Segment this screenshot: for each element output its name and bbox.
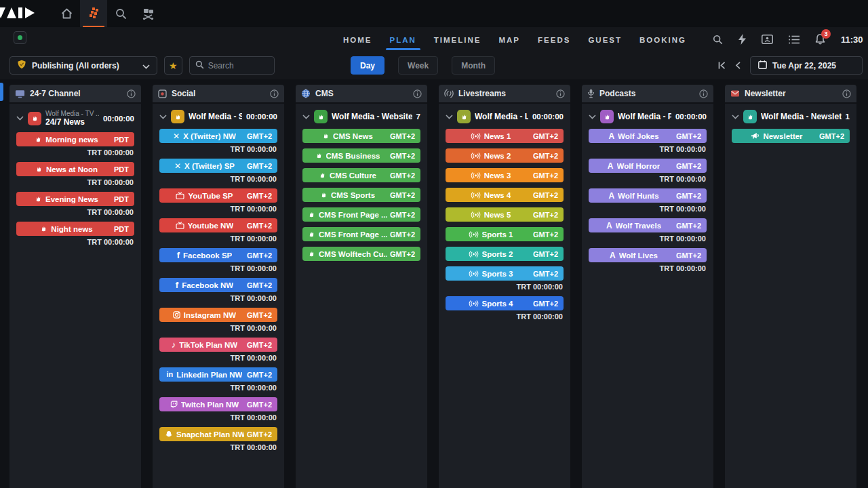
- plan-card-livestreams-2[interactable]: News 3GMT+2: [446, 168, 564, 182]
- plan-card-24-7-channel-0[interactable]: Morning newsPDT: [16, 132, 134, 146]
- plan-card-social-1[interactable]: ✕X (Twitter) SPGMT+2: [159, 159, 277, 173]
- search-icon[interactable]: [713, 35, 723, 45]
- plan-card-social-8[interactable]: inLinkedin Plan NWGMT+2: [159, 367, 277, 382]
- plan-card-social-10[interactable]: Snapchat Plan NWGMT+2: [159, 427, 277, 441]
- plan-card-podcasts-3[interactable]: AWolf TravelsGMT+2: [589, 218, 707, 232]
- card-label: Youtube NW: [188, 222, 234, 230]
- plan-card-podcasts-0[interactable]: AWolf JokesGMT+2: [589, 129, 707, 143]
- info-icon[interactable]: [842, 89, 851, 98]
- card-main: CMS Business: [308, 152, 387, 160]
- nav-feeds[interactable]: FEEDS: [538, 29, 570, 50]
- plan-card-social-7[interactable]: ♪TikTok Plan NWGMT+2: [159, 338, 277, 352]
- plan-card-cms-2[interactable]: CMS CultureGMT+2: [302, 168, 420, 182]
- collapse-chevron-icon[interactable]: [446, 115, 453, 119]
- plan-card-podcasts-2[interactable]: AWolf HuntsGMT+2: [589, 188, 707, 203]
- status-dot-button[interactable]: [14, 31, 26, 44]
- channel-group-24-7-channel[interactable]: Wolf Media - TV ...24/7 News00:00:00: [16, 110, 134, 127]
- search-input[interactable]: [208, 61, 269, 70]
- card-main: News 2: [451, 152, 530, 160]
- plan-card-cms-0[interactable]: CMS NewsGMT+2: [302, 129, 420, 143]
- channel-group-cms[interactable]: Wolf Media - Website (...7: [302, 110, 420, 123]
- info-icon[interactable]: [127, 89, 136, 98]
- plan-card-cms-6[interactable]: CMS Wolftech Cu...GMT+2: [302, 247, 420, 261]
- plan-card-social-6[interactable]: Instagram NWGMT+2: [159, 308, 277, 322]
- nav-guest[interactable]: GUEST: [588, 29, 622, 50]
- list-icon[interactable]: [789, 35, 800, 44]
- card-main: Youtube NW: [165, 222, 244, 230]
- plan-card-social-2[interactable]: YouTube SPGMT+2: [159, 188, 277, 203]
- nav-map[interactable]: MAP: [498, 29, 520, 50]
- view-week-button[interactable]: Week: [398, 56, 438, 75]
- card-label: CMS Business: [326, 152, 380, 160]
- wolf-icon: [40, 225, 47, 232]
- collapse-chevron-icon[interactable]: [589, 115, 596, 119]
- card-label: Facebook NW: [182, 281, 233, 289]
- info-icon[interactable]: [699, 89, 708, 98]
- card-group: CMS Front Page ...GMT+2: [302, 207, 420, 222]
- plan-card-social-4[interactable]: fFacebook SPGMT+2: [159, 248, 277, 262]
- plan-card-social-9[interactable]: Twitch Plan NWGMT+2: [159, 397, 277, 411]
- plan-card-livestreams-5[interactable]: Sports 1GMT+2: [446, 227, 564, 241]
- contact-card-icon[interactable]: [762, 35, 773, 44]
- plan-card-cms-3[interactable]: CMS SportsGMT+2: [302, 188, 420, 202]
- plan-card-livestreams-8[interactable]: Sports 4GMT+2: [446, 296, 564, 310]
- plan-card-podcasts-1[interactable]: AWolf HorrorGMT+2: [589, 159, 707, 173]
- nav-timeline[interactable]: TIMELINE: [434, 29, 481, 50]
- plan-card-podcasts-4[interactable]: AWolf LivesGMT+2: [589, 248, 707, 262]
- plan-card-livestreams-4[interactable]: News 5GMT+2: [446, 207, 564, 222]
- plan-card-social-0[interactable]: ✕X (Twitter) NWGMT+2: [159, 129, 277, 143]
- channel-group-newsletter[interactable]: Wolf Media - Newslette...1: [732, 110, 850, 123]
- nav-booking[interactable]: BOOKING: [639, 29, 686, 50]
- cut-tool-button[interactable]: [134, 0, 161, 27]
- channel-group-podcasts[interactable]: Wolf Media - Po...00:00:00: [589, 110, 707, 123]
- collapse-chevron-icon[interactable]: [159, 115, 167, 119]
- card-label: News 3: [484, 171, 511, 180]
- plan-card-24-7-channel-3[interactable]: Night newsPDT: [16, 222, 134, 236]
- skip-back-icon[interactable]: [718, 62, 726, 69]
- collapse-chevron-icon[interactable]: [16, 116, 24, 121]
- wolf-icon: [457, 110, 471, 123]
- info-icon[interactable]: [270, 89, 279, 98]
- card-trt: TRT 00:00:00: [159, 352, 277, 364]
- view-month-button[interactable]: Month: [452, 56, 495, 75]
- notifications-bell-icon[interactable]: 3: [815, 34, 825, 45]
- channel-group-livestreams[interactable]: Wolf Media - Li...00:00:00: [446, 110, 564, 123]
- plan-card-24-7-channel-1[interactable]: News at NoonPDT: [16, 162, 134, 176]
- plan-card-cms-4[interactable]: CMS Front Page ...GMT+2: [302, 207, 420, 222]
- planner-button[interactable]: [80, 0, 107, 27]
- plan-card-livestreams-1[interactable]: News 2GMT+2: [446, 148, 564, 163]
- top-app-bar: [0, 0, 868, 27]
- plan-card-livestreams-7[interactable]: Sports 3GMT+2: [446, 266, 564, 281]
- date-picker[interactable]: Tue Apr 22, 2025: [750, 56, 863, 75]
- favorites-star-button[interactable]: ★: [164, 56, 182, 75]
- plan-card-newsletter-0[interactable]: NewsletterGMT+2: [732, 129, 850, 143]
- plan-card-cms-5[interactable]: CMS Front Page ...GMT+2: [302, 227, 420, 241]
- plan-card-social-5[interactable]: fFacebook NWGMT+2: [159, 278, 277, 292]
- info-icon[interactable]: [556, 89, 565, 98]
- home-button[interactable]: [53, 0, 80, 27]
- plan-card-cms-1[interactable]: CMS BusinessGMT+2: [302, 148, 420, 163]
- plan-card-livestreams-3[interactable]: News 4GMT+2: [446, 188, 564, 202]
- card-label: YouTube SP: [188, 192, 233, 200]
- collapse-chevron-icon[interactable]: [732, 115, 739, 119]
- plan-card-livestreams-6[interactable]: Sports 2GMT+2: [446, 247, 564, 261]
- nav-actions: 3 11:30: [713, 27, 868, 52]
- chevron-left-icon[interactable]: [735, 62, 741, 69]
- plan-card-social-3[interactable]: Youtube NWGMT+2: [159, 218, 277, 232]
- plan-card-livestreams-0[interactable]: News 1GMT+2: [446, 129, 564, 143]
- card-group: CMS CultureGMT+2: [302, 168, 420, 182]
- view-day-button[interactable]: Day: [351, 56, 384, 75]
- nav-home[interactable]: HOME: [343, 29, 372, 50]
- nav-plan[interactable]: PLAN: [390, 29, 416, 50]
- wolf-icon: [308, 250, 315, 258]
- collapse-chevron-icon[interactable]: [302, 115, 310, 119]
- search-field[interactable]: [189, 56, 275, 75]
- search-tool-button[interactable]: [107, 0, 134, 27]
- quick-actions-icon[interactable]: [738, 34, 746, 45]
- publishing-dropdown[interactable]: Publishing (All orders): [9, 56, 157, 75]
- channel-group-social[interactable]: Wolf Media - So...00:00:00: [159, 110, 277, 123]
- group-subtitle: Wolf Media - TV ...: [45, 110, 99, 117]
- info-icon[interactable]: [413, 89, 422, 98]
- card-group: ✕X (Twitter) SPGMT+2TRT 00:00:00: [159, 159, 277, 185]
- plan-card-24-7-channel-2[interactable]: Evening NewsPDT: [16, 192, 134, 206]
